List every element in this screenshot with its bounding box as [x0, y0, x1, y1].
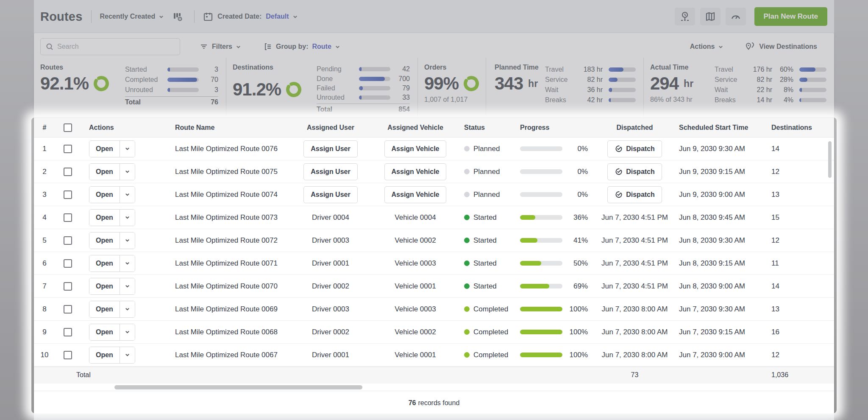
assign-vehicle-button[interactable]: Assign Vehicle: [384, 140, 447, 157]
dispatch-button[interactable]: Dispatch: [607, 140, 662, 157]
assign-user-button[interactable]: Assign User: [303, 163, 357, 180]
horizontal-scrollbar-thumb[interactable]: [114, 385, 362, 389]
open-button[interactable]: Open: [89, 255, 120, 272]
progress-percent: 69%: [566, 282, 588, 291]
search-box[interactable]: [40, 38, 180, 55]
row-checkbox[interactable]: [64, 282, 72, 291]
open-more-button[interactable]: [120, 278, 135, 294]
filter-icon: [200, 42, 208, 51]
mini-bar: [359, 67, 390, 71]
map-view-button[interactable]: [700, 8, 721, 25]
dashboard-button[interactable]: [726, 8, 746, 25]
progress-bar: [520, 169, 562, 174]
table-total-row: Total 73 1,036: [34, 367, 834, 384]
open-button[interactable]: Open: [89, 324, 120, 340]
row-number: 5: [34, 236, 55, 245]
open-button[interactable]: Open: [89, 210, 120, 226]
route-history-icon: [679, 11, 690, 22]
progress-bar: [520, 353, 562, 357]
filters-button[interactable]: Filters: [194, 38, 247, 55]
open-more-button[interactable]: [120, 141, 135, 157]
row-checkbox[interactable]: [64, 213, 72, 222]
status-label: Started: [473, 213, 497, 222]
dispatch-button[interactable]: Dispatch: [607, 163, 662, 180]
created-date-label: Created Date:: [217, 13, 262, 20]
mini-bar: [799, 67, 826, 72]
row-checkbox[interactable]: [64, 351, 72, 359]
route-name: Last Mile Optimized Route 0071: [159, 259, 286, 268]
kpi-destinations-percent: 91.2%: [233, 80, 281, 99]
row-checkbox[interactable]: [64, 236, 72, 245]
vertical-scrollbar-thumb[interactable]: [828, 141, 832, 178]
open-button[interactable]: Open: [89, 232, 120, 249]
assign-vehicle-button[interactable]: Assign Vehicle: [384, 163, 447, 180]
row-checkbox[interactable]: [64, 168, 72, 176]
page: Routes Recently Created: [0, 0, 868, 420]
manage-columns-button[interactable]: [170, 8, 186, 25]
destinations-count: 15: [761, 213, 834, 222]
group-by-button[interactable]: Group by: Route: [258, 38, 346, 55]
open-button[interactable]: Open: [89, 301, 120, 317]
column-header-actions: Actions: [81, 124, 159, 132]
open-more-button[interactable]: [120, 301, 135, 317]
kpi-actual-time: Actual Time 294 hr 86% of 343 hr Travel1…: [643, 58, 834, 118]
open-more-button[interactable]: [120, 210, 135, 226]
row-checkbox[interactable]: [64, 259, 72, 268]
total-label: Total: [76, 371, 91, 379]
view-destinations-button[interactable]: View Destinations: [739, 38, 823, 55]
kpi-row-label: Service: [545, 76, 576, 84]
row-checkbox[interactable]: [64, 328, 72, 336]
kpi-orders-subtext: 1,007 of 1,017: [424, 96, 480, 104]
kpi-strip: Routes 92.1% Started3Completed70Unrouted…: [34, 58, 834, 118]
route-history-button[interactable]: [675, 8, 695, 25]
chevron-down-icon: [293, 14, 298, 19]
column-header-num: #: [34, 124, 55, 132]
status-label: Started: [473, 282, 497, 291]
kpi-row-percent: 28%: [772, 76, 793, 84]
kpi-actual-time-value: 294: [650, 74, 679, 93]
route-name: Last Mile Optimized Route 0069: [159, 305, 286, 314]
assign-user-button[interactable]: Assign User: [303, 186, 357, 203]
assign-user-button[interactable]: Assign User: [303, 140, 357, 157]
kpi-orders-percent: 99%: [424, 74, 459, 93]
chevron-down-icon: [125, 238, 130, 243]
dispatched-time: Jun 7, 2030 8:00 AM: [602, 305, 668, 314]
plan-new-route-button[interactable]: Plan New Route: [754, 7, 827, 26]
open-button[interactable]: Open: [89, 141, 120, 157]
status-label: Planned: [473, 145, 500, 153]
progress-percent: 36%: [566, 213, 588, 222]
open-button[interactable]: Open: [89, 187, 120, 203]
select-all-checkbox[interactable]: [64, 123, 72, 132]
actions-button[interactable]: Actions: [684, 38, 729, 55]
row-checkbox[interactable]: [64, 190, 72, 199]
sort-dropdown[interactable]: Recently Created: [100, 13, 164, 20]
dispatch-label: Dispatch: [626, 168, 655, 176]
kpi-breakdown-row: Done700: [317, 74, 410, 83]
created-date-filter[interactable]: Created Date: Default: [203, 11, 298, 22]
open-more-button[interactable]: [120, 324, 135, 340]
open-more-button[interactable]: [120, 187, 135, 203]
assign-vehicle-button[interactable]: Assign Vehicle: [384, 186, 447, 203]
open-button[interactable]: Open: [89, 347, 120, 363]
row-checkbox[interactable]: [64, 305, 72, 314]
kpi-total-row: Total854: [317, 104, 410, 113]
kpi-breakdown-row: Completed70: [125, 75, 218, 85]
dispatch-button[interactable]: Dispatch: [607, 186, 662, 203]
open-button[interactable]: Open: [89, 164, 120, 180]
open-more-button[interactable]: [120, 164, 135, 180]
divider: [194, 10, 195, 23]
status-label: Completed: [473, 328, 508, 336]
column-header-scheduled: Scheduled Start Time: [678, 124, 761, 132]
kpi-actual-time-unit: hr: [684, 78, 693, 90]
row-checkbox[interactable]: [64, 145, 72, 153]
kpi-row-label: Done: [317, 75, 359, 83]
open-more-button[interactable]: [120, 347, 135, 363]
kpi-row-value: 33: [390, 94, 410, 101]
search-input[interactable]: [57, 43, 175, 50]
open-more-button[interactable]: [120, 255, 135, 272]
open-more-button[interactable]: [120, 232, 135, 249]
open-split-button: Open: [89, 209, 135, 226]
kpi-row-value: 82 hr: [748, 76, 772, 84]
column-header-user: Assigned User: [286, 124, 375, 132]
open-button[interactable]: Open: [89, 278, 120, 294]
